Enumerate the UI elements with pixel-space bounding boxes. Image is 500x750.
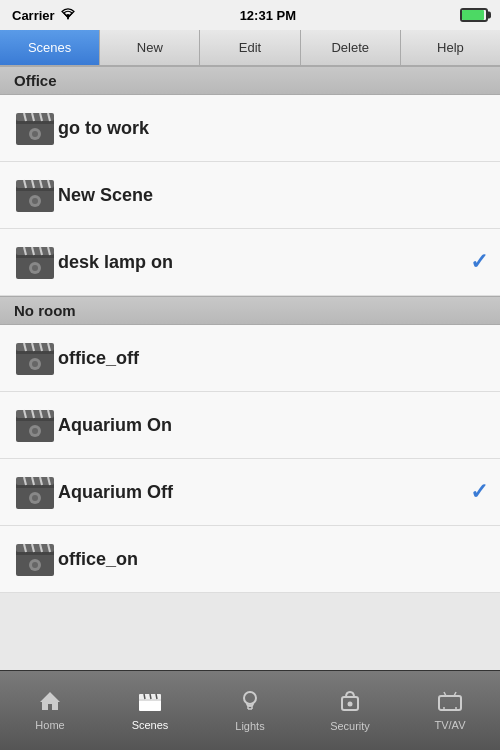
svg-point-36 bbox=[32, 361, 38, 367]
svg-point-54 bbox=[32, 495, 38, 501]
bottom-tab-scenes[interactable]: Scenes bbox=[100, 671, 200, 750]
checkmark-icon: ✓ bbox=[470, 479, 488, 505]
clapperboard-icon bbox=[12, 105, 58, 151]
list-item[interactable]: office_on bbox=[0, 526, 500, 593]
security-icon bbox=[339, 689, 361, 717]
clapperboard-icon bbox=[12, 335, 58, 381]
item-label: Aquarium Off bbox=[58, 482, 462, 503]
clapperboard-icon bbox=[12, 402, 58, 448]
scenes-icon bbox=[137, 690, 163, 716]
battery-icon bbox=[460, 8, 488, 22]
status-time: 12:31 PM bbox=[240, 8, 296, 23]
home-icon bbox=[38, 690, 62, 716]
svg-point-0 bbox=[67, 18, 69, 20]
section-header-noroom: No room bbox=[0, 296, 500, 325]
tab-scenes[interactable]: Scenes bbox=[0, 30, 100, 65]
list-item[interactable]: desk lamp on ✓ bbox=[0, 229, 500, 296]
item-label: Aquarium On bbox=[58, 415, 488, 436]
bottom-tab-lights[interactable]: Lights bbox=[200, 671, 300, 750]
svg-point-18 bbox=[32, 198, 38, 204]
carrier-label: Carrier bbox=[12, 8, 55, 23]
svg-point-45 bbox=[32, 428, 38, 434]
bottom-tab-scenes-label: Scenes bbox=[132, 719, 169, 731]
bottom-tab-tvav-label: TV/AV bbox=[435, 719, 466, 731]
checkmark-icon: ✓ bbox=[470, 249, 488, 275]
list-item[interactable]: go to work bbox=[0, 95, 500, 162]
item-label: New Scene bbox=[58, 185, 488, 206]
svg-point-27 bbox=[32, 265, 38, 271]
clapperboard-icon bbox=[12, 469, 58, 515]
svg-line-69 bbox=[150, 694, 151, 699]
item-label: office_on bbox=[58, 549, 488, 570]
bottom-tab-home[interactable]: Home bbox=[0, 671, 100, 750]
list-item[interactable]: Aquarium On bbox=[0, 392, 500, 459]
list-item[interactable]: office_off bbox=[0, 325, 500, 392]
tvav-icon bbox=[437, 690, 463, 716]
svg-point-76 bbox=[348, 702, 353, 707]
scroll-area: Office go to work bbox=[0, 66, 500, 658]
wifi-icon bbox=[60, 7, 76, 23]
svg-point-9 bbox=[32, 131, 38, 137]
list-item[interactable]: Aquarium Off ✓ bbox=[0, 459, 500, 526]
item-label: office_off bbox=[58, 348, 488, 369]
clapperboard-icon bbox=[12, 239, 58, 285]
bottom-tab-security[interactable]: Security bbox=[300, 671, 400, 750]
tab-help[interactable]: Help bbox=[401, 30, 500, 65]
list-item[interactable]: New Scene bbox=[0, 162, 500, 229]
status-bar: Carrier 12:31 PM bbox=[0, 0, 500, 30]
bottom-tab-bar: Home Scenes Lights bbox=[0, 670, 500, 750]
lights-icon bbox=[239, 689, 261, 717]
svg-line-68 bbox=[144, 694, 145, 699]
clapperboard-icon bbox=[12, 172, 58, 218]
item-label: go to work bbox=[58, 118, 488, 139]
clapperboard-icon bbox=[12, 536, 58, 582]
svg-point-63 bbox=[32, 562, 38, 568]
bottom-tab-home-label: Home bbox=[35, 719, 64, 731]
bottom-tab-lights-label: Lights bbox=[235, 720, 264, 732]
nav-tabs: Scenes New Edit Delete Help bbox=[0, 30, 500, 66]
svg-point-71 bbox=[244, 692, 256, 704]
svg-marker-64 bbox=[40, 692, 60, 710]
svg-rect-77 bbox=[439, 696, 461, 710]
item-label: desk lamp on bbox=[58, 252, 462, 273]
tab-edit[interactable]: Edit bbox=[200, 30, 300, 65]
svg-line-70 bbox=[156, 694, 157, 699]
bottom-tab-tvav[interactable]: TV/AV bbox=[400, 671, 500, 750]
tab-new[interactable]: New bbox=[100, 30, 200, 65]
tab-delete[interactable]: Delete bbox=[301, 30, 401, 65]
section-header-office: Office bbox=[0, 66, 500, 95]
scene-list: Office go to work bbox=[0, 66, 500, 593]
bottom-tab-security-label: Security bbox=[330, 720, 370, 732]
